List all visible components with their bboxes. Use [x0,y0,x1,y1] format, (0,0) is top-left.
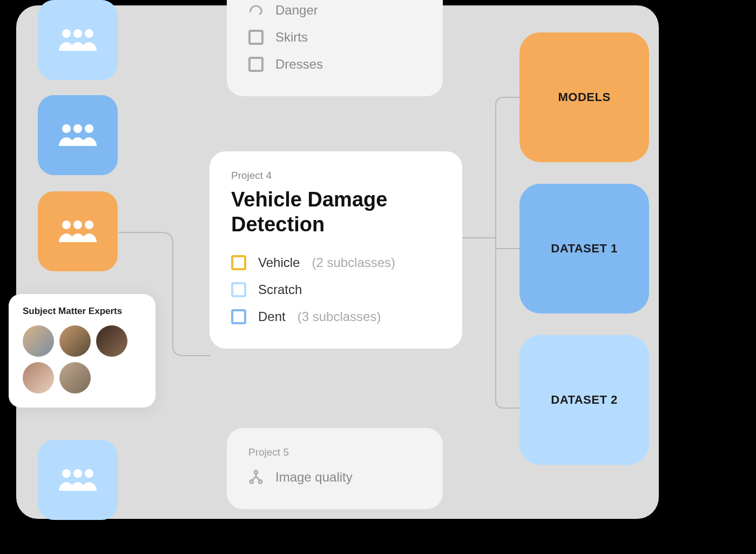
people-icon [57,27,99,53]
tile-dataset2-label: DATASET 2 [551,393,617,407]
class-color-icon [231,309,246,324]
svg-point-0 [62,29,71,38]
class-sub: (2 subclasses) [312,255,395,270]
svg-point-7 [73,221,82,229]
panel-project-4[interactable]: Project 4 Vehicle Damage Detection Vehic… [210,151,462,349]
sme-title: Subject Matter Experts [23,306,141,317]
svg-point-15 [254,471,258,474]
danger-icon [248,3,264,18]
svg-point-6 [62,221,71,229]
row-label: Image quality [275,470,353,485]
people-icon [57,122,99,148]
people-icon [57,218,99,244]
tree-icon [248,470,264,485]
row-dresses[interactable]: Dresses [248,51,421,78]
avatar[interactable] [59,362,91,393]
sme-popover[interactable]: Subject Matter Experts [9,294,156,408]
tile-dataset-1[interactable]: DATASET 1 [519,184,649,313]
svg-point-1 [73,29,82,38]
team-tile-3[interactable] [38,191,118,271]
class-row-vehicle[interactable]: Vehicle (2 subclasses) [231,249,441,276]
svg-point-2 [85,29,93,38]
tile-dataset1-label: DATASET 1 [551,242,617,256]
avatar[interactable] [96,325,127,357]
panel-title: Vehicle Damage Detection [231,187,441,237]
people-icon [57,467,99,493]
panel-project-5: Project 5 Image quality [227,428,443,509]
avatar[interactable] [23,325,54,357]
class-row-dent[interactable]: Dent (3 subclasses) [231,303,441,330]
team-tile-4[interactable] [38,440,118,520]
tile-models-label: MODELS [558,90,610,104]
svg-point-8 [85,221,93,229]
class-row-scratch[interactable]: Scratch [231,276,441,303]
avatar[interactable] [23,362,54,393]
tile-models[interactable]: MODELS [519,32,649,162]
class-label: Dent [258,309,286,324]
svg-point-10 [73,469,82,478]
row-danger[interactable]: Danger [248,0,421,24]
svg-point-9 [62,469,71,478]
class-label: Vehicle [258,255,300,270]
panel-label: Project 4 [231,170,441,182]
panel-project-top: Image quality Danger Skirts Dresses [227,0,443,96]
class-color-icon [231,282,246,297]
row-image-quality[interactable]: Image quality [248,464,421,491]
sme-avatars [23,325,141,393]
checkbox-icon [248,30,264,45]
svg-point-3 [62,124,71,133]
svg-point-11 [85,469,93,478]
row-label: Danger [275,3,318,18]
team-tile-1[interactable] [38,0,118,80]
class-sub: (3 subclasses) [298,309,381,324]
class-label: Scratch [258,282,302,297]
checkbox-icon [248,57,264,72]
panel-label: Project 5 [248,446,421,458]
avatar[interactable] [59,325,91,357]
svg-point-4 [73,124,82,133]
row-skirts[interactable]: Skirts [248,24,421,51]
row-label: Skirts [275,30,308,45]
team-tile-2[interactable] [38,95,118,175]
svg-point-5 [85,124,93,133]
tile-dataset-2[interactable]: DATASET 2 [519,335,649,465]
row-label: Dresses [275,57,323,72]
class-color-icon [231,255,246,270]
